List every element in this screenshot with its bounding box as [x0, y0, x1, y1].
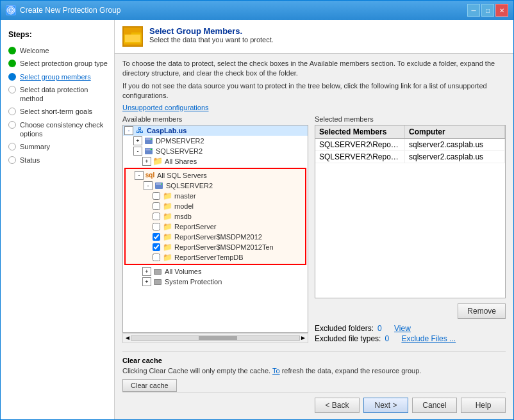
unsupported-link[interactable]: Unsupported configurations: [122, 104, 506, 111]
tree-item-master[interactable]: 📁 master: [126, 191, 305, 201]
tree-label-reportserver: ReportServer: [174, 223, 216, 230]
tree-label-sqlserver2-sub: SQLSERVER2: [166, 182, 213, 190]
db-icon-rstempdb: 📁: [162, 253, 172, 262]
tree-item-casplab[interactable]: - 🖧 CaspLab.us: [123, 125, 308, 136]
maximize-button[interactable]: □: [481, 4, 494, 17]
expand-casplab[interactable]: -: [124, 126, 133, 135]
folder-icon-sysprot: [153, 277, 163, 286]
excluded-folders-view[interactable]: View: [394, 324, 411, 333]
members-table-header: Selected Members Computer: [315, 125, 505, 139]
tree-label-dpmserver2: DPMSERVER2: [156, 137, 204, 145]
checkbox-rsms2012[interactable]: [153, 233, 160, 241]
excluded-filetypes-row: Excluded file types: 0 Exclude Files ...: [315, 334, 456, 343]
tree-container[interactable]: - 🖧 CaspLab.us + DPMSERVER2: [122, 125, 308, 333]
cache-to-link[interactable]: To: [272, 367, 280, 375]
tree-label-model: model: [174, 202, 194, 210]
remove-button[interactable]: Remove: [458, 303, 506, 319]
next-button[interactable]: Next >: [363, 398, 408, 413]
svg-rect-19: [154, 280, 161, 284]
expand-allsql[interactable]: -: [135, 171, 144, 180]
sql-selection-box: - sql All SQL Servers - SQLSERVER2: [124, 168, 306, 265]
svg-rect-17: [154, 270, 161, 274]
title-bar-left: ⚙ Create New Protection Group: [6, 5, 120, 15]
step-data-protection[interactable]: Select data protection method: [1, 83, 114, 106]
tree-item-rsms2012[interactable]: 📁 ReportServer$MSDPM2012: [126, 232, 305, 242]
svg-point-9: [151, 138, 152, 140]
page-title: Select Group Members.: [149, 26, 274, 36]
checkbox-msdb[interactable]: [153, 213, 160, 220]
tree-label-casplab: CaspLab.us: [147, 127, 187, 134]
step-group-members[interactable]: Select group members: [1, 70, 114, 83]
tree-item-reportserver[interactable]: 📁 ReportServer: [126, 222, 305, 232]
excluded-folders-label: Excluded folders:: [315, 324, 374, 333]
member-1: SQLSERVER2\ReportSe...: [315, 151, 405, 163]
remove-btn-area: Remove: [315, 301, 506, 319]
title-bar: ⚙ Create New Protection Group ─ □ ✕: [1, 1, 513, 20]
expand-sqlserver2[interactable]: -: [133, 147, 142, 156]
excluded-filetypes-link[interactable]: Exclude Files ...: [401, 334, 456, 343]
tree-item-allshares[interactable]: + 📁 All Shares: [123, 156, 308, 166]
expand-allshares[interactable]: +: [142, 157, 151, 166]
tree-item-dpmserver2[interactable]: + DPMSERVER2: [123, 136, 308, 146]
step-label-short-term: Select short-term goals: [20, 107, 92, 116]
tree-item-sqlserver2[interactable]: - SQLSERVER2: [123, 146, 308, 156]
sql-icon: sql: [145, 171, 155, 180]
step-summary[interactable]: Summary: [1, 140, 114, 153]
db-icon-rsms2012ten: 📁: [162, 243, 172, 252]
tree-item-allsql[interactable]: - sql All SQL Servers: [126, 170, 305, 181]
db-icon-msdb: 📁: [162, 212, 172, 221]
scroll-right-btn[interactable]: ►: [300, 334, 306, 341]
tree-item-allvolumes[interactable]: + All Volumes: [123, 266, 308, 277]
tree-label-allsql: All SQL Servers: [157, 172, 207, 179]
app-icon: ⚙: [6, 5, 16, 15]
step-dot-members: [8, 73, 16, 81]
checkbox-reportserver[interactable]: [153, 223, 160, 230]
cancel-button[interactable]: Cancel: [412, 398, 457, 413]
expand-sysprot[interactable]: +: [142, 277, 151, 286]
back-button[interactable]: < Back: [315, 398, 360, 413]
checkbox-rsms2012ten[interactable]: [153, 243, 160, 251]
tree-item-model[interactable]: 📁 model: [126, 201, 305, 211]
tree-item-sqlserver2-sub[interactable]: - SQLSERVER2: [126, 181, 305, 191]
tree-item-rstempdb[interactable]: 📁 ReportServerTempDB: [126, 252, 305, 262]
minimize-button[interactable]: ─: [467, 4, 480, 17]
tree-label-rstempdb: ReportServerTempDB: [174, 254, 244, 261]
close-button[interactable]: ✕: [495, 4, 508, 17]
tree-item-msdb[interactable]: 📁 msdb: [126, 211, 305, 222]
checkbox-rstempdb[interactable]: [153, 254, 160, 261]
db-icon-rsms2012: 📁: [162, 232, 172, 241]
horizontal-scrollbar[interactable]: ◄ ►: [122, 333, 308, 343]
scroll-track[interactable]: [131, 335, 300, 341]
scroll-left-btn[interactable]: ◄: [124, 334, 131, 341]
steps-panel: Steps: Welcome Select protection group t…: [1, 20, 115, 419]
tree-label-allvolumes: All Volumes: [165, 268, 201, 275]
expand-sqlserver2-sub[interactable]: -: [144, 181, 153, 190]
expand-allvolumes[interactable]: +: [142, 267, 151, 276]
server-sub-icon: [154, 181, 164, 190]
step-label-members: Select group members: [20, 72, 91, 81]
checkbox-master[interactable]: [153, 192, 160, 200]
tree-label-sysprot: System Protection: [165, 278, 222, 286]
svg-point-15: [161, 183, 162, 184]
checkbox-model[interactable]: [153, 202, 160, 210]
content-area: Steps: Welcome Select protection group t…: [1, 20, 513, 419]
cache-title: Clear cache: [122, 357, 506, 364]
step-status[interactable]: Status: [1, 154, 114, 166]
step-consistency[interactable]: Choose consistency check options: [1, 118, 114, 141]
tree-label-sqlserver2: SQLSERVER2: [156, 147, 203, 155]
step-dot-status: [8, 156, 16, 164]
steps-title: Steps:: [1, 28, 114, 44]
clear-cache-button[interactable]: Clear cache: [122, 379, 177, 392]
step-protection-type[interactable]: Select protection group type: [1, 57, 114, 70]
step-short-term[interactable]: Select short-term goals: [1, 105, 114, 118]
tree-item-rsms2012ten[interactable]: 📁 ReportServer$MSDPM2012Ten: [126, 242, 305, 252]
folder-icon-allvolumes: [153, 267, 163, 276]
help-button[interactable]: Help: [461, 398, 506, 413]
svg-rect-6: [125, 35, 140, 42]
step-welcome[interactable]: Welcome: [1, 44, 114, 57]
excluded-filetypes-label: Excluded file types:: [315, 334, 381, 343]
expand-dpmserver2[interactable]: +: [133, 136, 142, 145]
page-subtitle: Select the data that you want to protect…: [149, 36, 274, 44]
main-window: ⚙ Create New Protection Group ─ □ ✕ Step…: [0, 0, 514, 420]
tree-item-sysprot[interactable]: + System Protection: [123, 277, 308, 287]
